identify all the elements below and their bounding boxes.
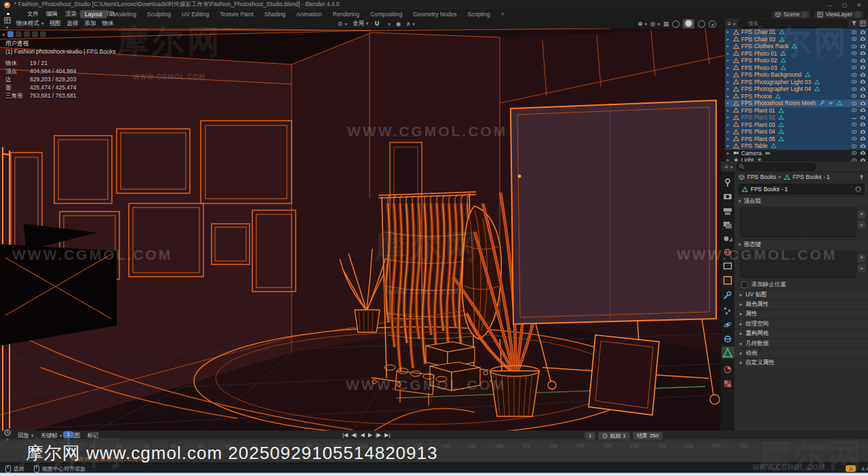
visibility-eye-icon[interactable] xyxy=(851,121,857,127)
expand-chevron-icon[interactable]: ▸ xyxy=(727,151,731,156)
new-collection-icon[interactable] xyxy=(860,20,866,26)
properties-tab-physics[interactable] xyxy=(724,322,731,328)
breadcrumb-data[interactable]: FPS Books - 1 xyxy=(793,174,830,180)
outliner-search-input[interactable] xyxy=(738,20,848,28)
outliner-item-fps-photoshoot-room-mesh[interactable]: ▸FPS Photoshoot Room Mesh xyxy=(725,100,868,107)
playhead-frame-tag[interactable]: 1 xyxy=(63,431,73,438)
expand-chevron-icon[interactable]: ▸ xyxy=(727,29,731,35)
panel-重构网格[interactable]: ▸重构网格 xyxy=(734,329,868,338)
proportional-edit-toggle[interactable]: ◉ xyxy=(396,20,401,27)
properties-tab-texture[interactable] xyxy=(724,380,731,387)
proportional-edit-dropdown[interactable]: ∧ xyxy=(406,20,415,27)
visibility-eye-icon[interactable] xyxy=(851,100,857,106)
shape-keys-list[interactable]: : : : xyxy=(740,251,856,278)
render-visibility-icon[interactable] xyxy=(860,121,866,127)
outliner-item-fps-plant-01[interactable]: ▸FPS Plant 01 xyxy=(725,107,868,115)
properties-tab-particles[interactable] xyxy=(724,307,730,314)
shading-rendered-button[interactable] xyxy=(709,20,716,28)
render-visibility-icon[interactable] xyxy=(860,36,866,42)
breadcrumb-object[interactable]: FPS Books xyxy=(747,174,776,180)
outliner-item-fps-plant-02[interactable]: ▸FPS Plant 02 xyxy=(725,114,868,121)
expand-chevron-icon[interactable]: ▸ xyxy=(727,51,731,56)
panel-纹理空间[interactable]: ▸纹理空间 xyxy=(734,319,868,328)
properties-tab-constraints[interactable] xyxy=(725,336,730,342)
shading-solid-button[interactable] xyxy=(683,19,694,29)
add-shape-key-button[interactable]: + xyxy=(857,254,866,262)
panel-属性[interactable]: ▸属性 xyxy=(734,309,868,319)
vertex-groups-list[interactable]: : : : xyxy=(740,207,856,237)
warning-badge[interactable]: ⚠ xyxy=(846,465,856,472)
mode-selector[interactable]: 物体模式 xyxy=(16,20,44,28)
properties-tab-scene[interactable] xyxy=(724,237,732,241)
data-name-field[interactable]: FPS Books - 1 xyxy=(738,184,865,195)
timeline-ruler[interactable]: 1020304050607080901001101201301401501601… xyxy=(0,441,868,451)
outliner-item-fps-plant-04[interactable]: ▸FPS Plant 04 xyxy=(725,128,868,136)
orientation-selector[interactable]: 全局 xyxy=(353,20,369,28)
timeline-editor-type[interactable] xyxy=(4,429,11,443)
next-keyframe-button[interactable]: |▶ xyxy=(376,432,381,439)
visibility-eye-icon[interactable] xyxy=(851,72,857,78)
workspace-tab-scripting[interactable]: Scripting xyxy=(463,10,495,18)
rest-position-row[interactable]: 添加静止位置 xyxy=(734,280,868,290)
expand-chevron-icon[interactable]: ▸ xyxy=(727,43,731,49)
play-button[interactable]: ▶ xyxy=(368,432,372,439)
properties-tab-collection[interactable] xyxy=(724,263,732,269)
expand-chevron-icon[interactable]: ▸ xyxy=(727,129,731,134)
expand-chevron-icon[interactable]: ▸ xyxy=(727,143,731,148)
viewport-menu-物体[interactable]: 物体 xyxy=(102,20,114,28)
properties-tab-view-layer[interactable] xyxy=(724,222,732,229)
properties-tab-render[interactable] xyxy=(724,194,732,199)
new-viewlayer-button[interactable] xyxy=(854,12,861,18)
render-visibility-icon[interactable] xyxy=(860,93,866,99)
visibility-eye-icon[interactable] xyxy=(851,79,857,85)
visibility-eye-icon[interactable] xyxy=(851,43,857,49)
properties-tab-output[interactable] xyxy=(724,208,732,215)
panel-动画[interactable]: ▸动画 xyxy=(734,348,868,357)
viewport-menu-添加[interactable]: 添加 xyxy=(85,20,96,28)
properties-editor-type[interactable]: ≡ xyxy=(725,163,732,170)
expand-chevron-icon[interactable]: ▸ xyxy=(727,79,731,85)
outliner-item-camera[interactable]: ▸Camera xyxy=(725,150,868,157)
outliner-item-fps-chair-01[interactable]: ▸FPS Chair 01 xyxy=(725,28,868,36)
expand-chevron-icon[interactable]: ▸ xyxy=(727,94,731,99)
properties-tab-world[interactable] xyxy=(725,250,731,256)
shape-key-specials-button[interactable]: ⌄ xyxy=(857,264,866,273)
outliner-item-fps-plant-03[interactable]: ▸FPS Plant 03 xyxy=(725,121,868,129)
render-visibility-icon[interactable] xyxy=(860,64,866,71)
panel-颜色属性[interactable]: ▸颜色属性 xyxy=(734,299,868,309)
outliner-item-fps-photos[interactable]: ▸FPS Photos xyxy=(725,93,868,100)
render-visibility-icon[interactable] xyxy=(860,100,866,106)
workspace-tab-modeling[interactable]: Modeling xyxy=(108,10,142,18)
timeline-menu-标记[interactable]: 标记 xyxy=(87,432,99,440)
render-visibility-icon[interactable] xyxy=(860,129,866,135)
render-visibility-icon[interactable] xyxy=(860,86,866,92)
viewport-menu-视图[interactable]: 视图 xyxy=(50,20,61,28)
toolbar-expand-arrow[interactable]: ▸ xyxy=(3,32,5,37)
expand-chevron-icon[interactable]: ▸ xyxy=(727,86,731,92)
scene-selector[interactable]: Scene xyxy=(772,10,811,19)
minimize-button[interactable]: — xyxy=(827,2,833,8)
menu-渲染[interactable]: 渲染 xyxy=(65,10,77,18)
visibility-eye-icon[interactable] xyxy=(851,64,857,71)
properties-tab-object[interactable] xyxy=(724,277,732,284)
outliner-item-fps-chair-02[interactable]: ▸FPS Chair 02 xyxy=(725,36,868,43)
expand-chevron-icon[interactable]: ▸ xyxy=(727,37,731,42)
expand-chevron-icon[interactable]: ▸ xyxy=(727,136,731,142)
overlays-dropdown[interactable]: ◎ xyxy=(650,20,660,27)
render-visibility-icon[interactable] xyxy=(860,43,866,49)
workspace-tab-uv-editing[interactable]: UV Editing xyxy=(177,10,214,18)
workspace-tab-animation[interactable]: Animation xyxy=(292,10,327,18)
visibility-eye-icon[interactable] xyxy=(851,143,857,149)
render-visibility-icon[interactable] xyxy=(860,50,866,56)
workspace-tab-rendering[interactable]: Rendering xyxy=(328,10,364,18)
render-visibility-icon[interactable] xyxy=(860,150,866,156)
vertex-group-specials-button[interactable]: ⌄ xyxy=(857,220,866,229)
filter-funnel-icon[interactable] xyxy=(851,20,857,26)
viewport-3d[interactable]: ▸ 用户透视 (1) Fashion photoshoot-studio | F… xyxy=(0,28,724,431)
maximize-button[interactable]: ▢ xyxy=(842,2,848,8)
snap-options-dropdown[interactable] xyxy=(386,20,391,27)
visibility-eye-icon[interactable] xyxy=(851,107,857,113)
workspace-tab-compositing[interactable]: Compositing xyxy=(366,10,407,18)
viewport-menu-选择[interactable]: 选择 xyxy=(67,20,79,28)
properties-search-input[interactable] xyxy=(736,163,816,171)
